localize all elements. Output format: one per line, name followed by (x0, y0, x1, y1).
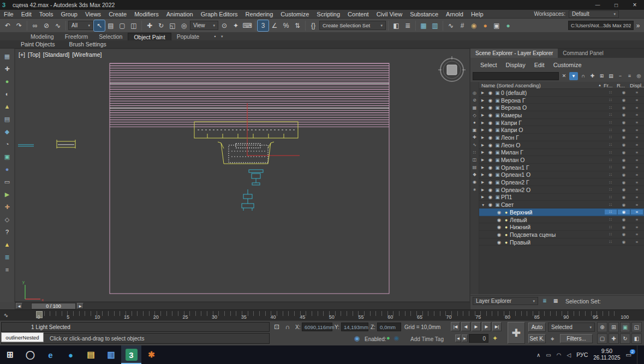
explorer-menu-edit[interactable]: Edit (534, 62, 545, 68)
freeze-toggle-icon[interactable]: ∷ (605, 128, 617, 133)
display-toggle-icon[interactable]: ≡ (631, 225, 643, 230)
previous-frame-icon[interactable]: ◀ (461, 322, 470, 331)
menu-content[interactable]: Content (344, 10, 373, 19)
material-editor-icon[interactable]: ◉ (468, 20, 479, 31)
layer-name[interactable]: Милан Г (501, 149, 605, 156)
volume-icon[interactable]: ◁ (567, 352, 571, 358)
display-toggle-icon[interactable]: ≡ (631, 187, 643, 192)
toolbar-overflow-icon[interactable]: » (634, 20, 642, 31)
named-selection-sets-icon[interactable]: {} (308, 20, 319, 31)
layer-row[interactable]: ▶ ◉ ▣ Орлеан1 О ∷ ◉ ≡ (479, 171, 644, 179)
menu-scripting[interactable]: Scripting (313, 10, 344, 19)
add-time-tag[interactable]: Add Time Tag (410, 336, 444, 342)
render-toggle-icon[interactable]: ◉ (618, 150, 630, 155)
render-toggle-icon[interactable]: ◉ (618, 232, 630, 237)
visibility-eye-icon[interactable]: ◉ (487, 90, 494, 96)
timeline-tick[interactable]: 40 (267, 314, 279, 320)
layer-row[interactable]: ▶ ◉ ▣ Камеры ∷ ◉ ≡ (479, 111, 644, 119)
freeze-toggle-icon[interactable]: ∷ (605, 195, 617, 200)
layer-name[interactable]: 0 (default) (501, 89, 605, 96)
sync-selection-icon[interactable]: ≣ (540, 297, 549, 305)
display-toggle-icon[interactable]: ≡ (631, 98, 643, 103)
display-cameras-icon[interactable]: ▣ (471, 127, 478, 134)
expand-arrow-icon[interactable]: ▶ (481, 165, 487, 170)
tab-object-paint[interactable]: Object Paint (128, 33, 171, 40)
enabled-toggle-off[interactable]: ◉ (394, 335, 399, 342)
track-bar[interactable]: ◀ 0 / 100 ▶ (15, 302, 470, 309)
mini-curve-editor-icon[interactable]: ∿ (2, 312, 10, 319)
add-tool-icon[interactable]: ✚ (2, 201, 13, 212)
visibility-eye-icon[interactable]: ◉ (487, 194, 494, 200)
explorer-menu-display[interactable]: Display (506, 62, 526, 68)
display-toggle-icon[interactable]: ≡ (631, 142, 643, 147)
dot-tool-icon[interactable]: ● (2, 164, 13, 175)
freeze-toggle-icon[interactable]: ∷ (605, 150, 617, 155)
timeline-tick[interactable]: 50 (326, 314, 338, 320)
select-and-manipulate-icon[interactable]: ✦ (230, 20, 241, 31)
create-new-layer-icon[interactable]: ✚ (588, 72, 597, 80)
hidden-icons-chevron[interactable]: ∧ (536, 352, 540, 358)
layer-name[interactable]: Капри Г (501, 120, 605, 126)
unlink-selection-icon[interactable]: ⊘ (41, 20, 52, 31)
viewcube[interactable] (438, 56, 466, 81)
layer-row[interactable]: ◉ ● Подсветка сцены ∷ ◉ ≡ (479, 231, 644, 238)
visibility-eye-icon[interactable]: ◉ (487, 150, 494, 155)
tab-scene-explorer[interactable]: Scene Explorer - Layer Explorer (470, 49, 558, 58)
zoom-extents-all-icon[interactable]: ◱ (631, 322, 642, 332)
display-toggle-icon[interactable]: ≡ (631, 240, 643, 244)
freeze-toggle-icon[interactable]: ∷ (605, 90, 617, 95)
zoom-extents-icon[interactable]: ▣ (620, 322, 630, 332)
viewport-pov-menu[interactable]: [Top] (28, 51, 40, 58)
visibility-eye-icon[interactable]: ◉ (496, 210, 503, 215)
tab-modeling[interactable]: Modeling (25, 33, 59, 40)
freeze-toggle-icon[interactable]: ∷ (605, 217, 617, 222)
timeline-tick[interactable]: 30 (208, 314, 220, 320)
layer-name[interactable]: РП1 (501, 194, 605, 200)
render-toggle-icon[interactable]: ◉ (618, 90, 630, 95)
layer-row[interactable]: ▶ ◉ ▣ Милан О ∷ ◉ ≡ (479, 156, 644, 164)
display-frozen-icon[interactable]: ∗ (471, 186, 478, 193)
layer-row[interactable]: ▶ ◉ ▣ Орлеан2 О ∷ ◉ ≡ (479, 186, 644, 194)
visibility-eye-icon[interactable]: ◉ (496, 217, 503, 223)
layer-name[interactable]: Капри О (501, 127, 605, 133)
select-by-name-icon[interactable]: ▤ (105, 20, 116, 31)
render-toggle-icon[interactable]: ◉ (618, 165, 630, 170)
show-desktop-button[interactable] (637, 345, 640, 364)
visibility-eye-icon[interactable]: ◉ (487, 120, 494, 126)
display-filter-icon[interactable]: ▼ (569, 72, 578, 80)
select-and-rotate-icon[interactable]: ↻ (156, 20, 166, 31)
visibility-eye-icon[interactable]: ◉ (487, 202, 494, 207)
render-toggle-icon[interactable]: ◉ (618, 240, 630, 244)
menu-file[interactable]: File (0, 10, 17, 19)
display-toggle-icon[interactable]: ≡ (631, 172, 643, 177)
visibility-eye-icon[interactable]: ◉ (487, 112, 494, 118)
expand-arrow-icon[interactable]: ▶ (481, 158, 487, 162)
pyramid-tool-icon[interactable]: ▲ (2, 239, 13, 250)
viewport[interactable]: x y [+][Top][Standard][Wireframe] (15, 49, 470, 302)
pan-icon[interactable]: ✚ (609, 333, 619, 344)
layer-row[interactable]: ▶ ◉ ▣ Верона Г ∷ ◉ ≡ (479, 97, 644, 104)
render-toggle-icon[interactable]: ◉ (618, 135, 630, 140)
render-toggle-icon[interactable]: ◉ (618, 112, 630, 117)
expand-arrow-icon[interactable]: ▶ (481, 180, 487, 184)
menu-civil-view[interactable]: Civil View (373, 10, 406, 19)
display-spacewarps-icon[interactable]: ∿ (471, 141, 478, 148)
menu-group[interactable]: Group (57, 10, 81, 19)
display-toggle-icon[interactable]: ≡ (631, 217, 643, 222)
timeline-ruler[interactable]: ∿ 05101520253035404550556065707580859095… (0, 309, 644, 320)
layer-row[interactable]: ▶ ◉ ▣ 0 (default) ∷ ◉ ≡ (479, 89, 644, 97)
timeline-tick[interactable]: 60 (384, 314, 396, 320)
visibility-eye-icon[interactable]: ◉ (496, 240, 503, 245)
spinner-snap-icon[interactable]: ⇅ (292, 20, 303, 31)
set-key-button[interactable]: Set K. (528, 334, 546, 343)
display-materials-icon[interactable]: ◉ (471, 178, 478, 186)
timeline-tick[interactable]: 45 (296, 314, 308, 320)
orbit-icon[interactable]: ↻ (620, 333, 630, 344)
freeze-toggle-icon[interactable]: ∷ (605, 232, 617, 237)
key-filters-button[interactable]: Filters... (560, 334, 593, 343)
visibility-eye-icon[interactable]: ◉ (487, 127, 494, 133)
menu-help[interactable]: Help (467, 10, 487, 19)
visibility-eye-icon[interactable]: ◉ (487, 135, 494, 140)
window-crossing-icon[interactable]: ◫ (128, 20, 139, 31)
layer-tree[interactable]: ▶ ◉ ▣ 0 (default) ∷ ◉ ≡ ▶ ◉ ▣ Верона Г ∷… (479, 89, 644, 294)
